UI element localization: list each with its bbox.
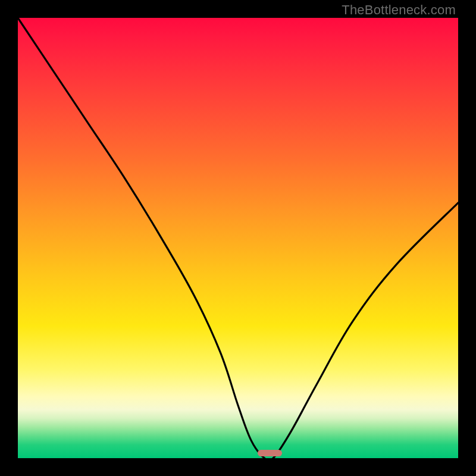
watermark-text: TheBottleneck.com	[342, 2, 456, 18]
curve-layer	[18, 18, 458, 458]
optimal-range-marker	[258, 450, 282, 456]
bottleneck-curve	[18, 18, 458, 461]
plot-area	[18, 18, 458, 458]
chart-frame: TheBottleneck.com	[0, 0, 476, 476]
